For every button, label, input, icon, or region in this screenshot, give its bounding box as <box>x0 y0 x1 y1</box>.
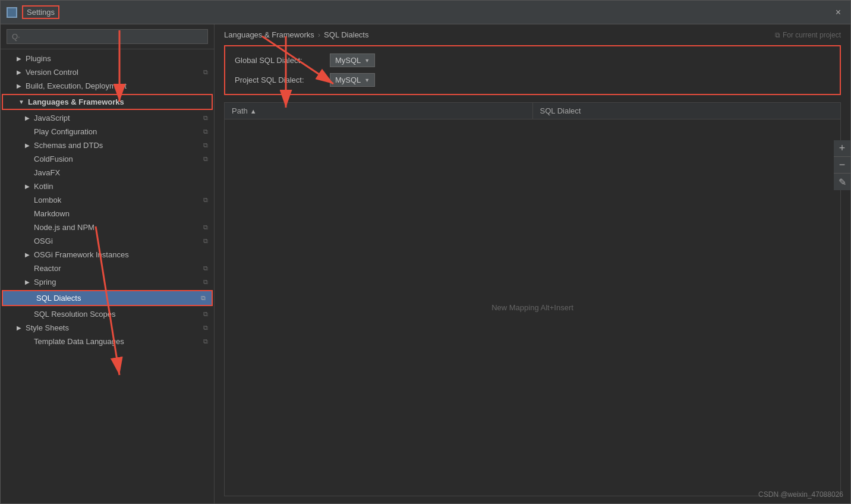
sidebar-item-osgi[interactable]: OSGi ⧉ <box>1 234 214 248</box>
sidebar-item-languages-frameworks[interactable]: ▼ Languages & Frameworks <box>2 94 213 110</box>
sidebar-item-nodejs-npm[interactable]: Node.js and NPM ⧉ <box>1 220 214 234</box>
sidebar-item-javafx[interactable]: JavaFX <box>1 166 214 179</box>
sidebar-item-coldfusion[interactable]: ColdFusion ⧉ <box>1 152 214 166</box>
expand-arrow-spring: ▶ <box>23 278 31 286</box>
sidebar-label-javascript: JavaScript <box>34 114 70 122</box>
arrow-play <box>23 128 31 136</box>
sidebar-item-osgi-framework[interactable]: ▶ OSGi Framework Instances <box>1 248 214 262</box>
copy-icon-schemas: ⧉ <box>203 141 208 149</box>
table-col-path-label: Path <box>232 106 248 115</box>
sidebar-item-markdown[interactable]: Markdown <box>1 207 214 220</box>
copy-icon-reactor: ⧉ <box>203 264 208 272</box>
expand-arrow-style-sheets: ▶ <box>15 324 23 332</box>
sidebar-item-javascript[interactable]: ▶ JavaScript ⧉ <box>1 111 214 125</box>
sidebar-label-schemas-dtds: Schemas and DTDs <box>34 141 103 150</box>
copy-icon-nodejs: ⧉ <box>203 223 208 231</box>
sidebar-item-template-data-languages[interactable]: Template Data Languages ⧉ <box>1 335 214 348</box>
project-sql-setting-row: Project SQL Dialect: MySQL ▼ <box>235 73 830 87</box>
table-sort-arrow: ▲ <box>250 108 257 115</box>
sidebar-label-spring: Spring <box>34 278 56 286</box>
arrow-lombok <box>23 196 31 204</box>
titlebar: Settings × <box>1 1 850 24</box>
expand-arrow-languages-frameworks: ▼ <box>17 98 26 106</box>
app-icon <box>7 7 17 18</box>
sidebar: ▶ Plugins ▶ Version Control ⧉ ▶ Build, E… <box>1 24 215 503</box>
sidebar-item-schemas-dtds[interactable]: ▶ Schemas and DTDs ⧉ <box>1 138 214 152</box>
add-mapping-button[interactable]: + <box>834 140 850 157</box>
sidebar-label-style-sheets: Style Sheets <box>26 323 69 332</box>
breadcrumb-current: SQL Dialects <box>324 30 368 39</box>
table-header-dialect: SQL Dialect <box>533 103 841 119</box>
sidebar-label-languages-frameworks: Languages & Frameworks <box>28 97 124 106</box>
sidebar-item-reactor[interactable]: Reactor ⧉ <box>1 262 214 275</box>
sidebar-label-reactor: Reactor <box>34 264 61 273</box>
copy-icon-javascript: ⧉ <box>203 114 208 122</box>
sidebar-item-version-control[interactable]: ▶ Version Control ⧉ <box>1 65 214 79</box>
settings-window: Settings × ▶ Plugins ▶ Version Control ⧉ <box>0 0 851 504</box>
sidebar-label-play-configuration: Play Configuration <box>34 127 97 136</box>
expand-arrow-build: ▶ <box>15 82 23 90</box>
sidebar-item-lombok[interactable]: Lombok ⧉ <box>1 193 214 207</box>
project-sql-dialect-value: MySQL <box>335 75 361 84</box>
close-button[interactable]: × <box>832 7 844 18</box>
arrow-javafx <box>23 169 31 177</box>
arrow-reactor <box>23 264 31 273</box>
sidebar-item-kotlin[interactable]: ▶ Kotlin <box>1 179 214 193</box>
project-icon: ⧉ <box>775 31 780 39</box>
sidebar-item-style-sheets[interactable]: ▶ Style Sheets ⧉ <box>1 321 214 335</box>
edit-mapping-button[interactable]: ✎ <box>834 174 850 190</box>
arrow-sql-dialects <box>26 294 34 303</box>
copy-icon-sql-resolution: ⧉ <box>203 310 208 318</box>
arrow-osgi <box>23 237 31 245</box>
sidebar-item-sql-resolution-scopes[interactable]: SQL Resolution Scopes ⧉ <box>1 307 214 321</box>
global-sql-dialect-label: Global SQL Dialect: <box>235 56 330 65</box>
project-sql-dialect-label: Project SQL Dialect: <box>235 75 330 84</box>
sidebar-label-version-control: Version Control <box>26 68 78 77</box>
table-action-buttons: + − ✎ <box>834 140 850 190</box>
sidebar-label-build: Build, Execution, Deployment <box>26 81 127 90</box>
search-input[interactable] <box>7 29 208 44</box>
sidebar-label-template-data-languages: Template Data Languages <box>34 337 124 346</box>
expand-arrow-osgi-framework: ▶ <box>23 251 31 259</box>
arrow-template-data <box>23 338 31 346</box>
arrow-sql-resolution <box>23 310 31 319</box>
sidebar-item-spring[interactable]: ▶ Spring ⧉ <box>1 275 214 289</box>
sidebar-label-markdown: Markdown <box>34 209 70 218</box>
copy-icon-osgi: ⧉ <box>203 237 208 245</box>
copy-icon-style-sheets: ⧉ <box>203 324 208 332</box>
sidebar-item-play-configuration[interactable]: Play Configuration ⧉ <box>1 125 214 138</box>
global-sql-dialect-dropdown[interactable]: MySQL ▼ <box>330 53 375 67</box>
sidebar-label-coldfusion: ColdFusion <box>34 155 73 163</box>
expand-arrow-kotlin: ▶ <box>23 182 31 191</box>
expand-arrow-version-control: ▶ <box>15 68 23 77</box>
copy-icon-coldfusion: ⧉ <box>203 155 208 163</box>
copy-icon-spring: ⧉ <box>203 278 208 286</box>
arrow-coldfusion <box>23 155 31 163</box>
table-body-empty: New Mapping Alt+Insert <box>225 119 840 496</box>
sidebar-label-nodejs-npm: Node.js and NPM <box>34 223 94 232</box>
sidebar-item-sql-dialects[interactable]: SQL Dialects ⧉ <box>2 290 213 306</box>
sidebar-label-plugins: Plugins <box>26 54 51 63</box>
arrow-markdown <box>23 210 31 218</box>
for-current-project-label: For current project <box>783 31 841 39</box>
sidebar-items: ▶ Plugins ▶ Version Control ⧉ ▶ Build, E… <box>1 49 214 503</box>
sidebar-item-plugins[interactable]: ▶ Plugins <box>1 52 214 65</box>
expand-arrow-schemas: ▶ <box>23 141 31 150</box>
empty-table-message: New Mapping Alt+Insert <box>491 303 573 312</box>
main-content: ▶ Plugins ▶ Version Control ⧉ ▶ Build, E… <box>1 24 850 503</box>
project-dropdown-arrow: ▼ <box>364 77 370 83</box>
remove-mapping-button[interactable]: − <box>834 157 850 174</box>
breadcrumb-bar: Languages & Frameworks › SQL Dialects ⧉ … <box>215 24 850 45</box>
copy-icon-play: ⧉ <box>203 128 208 136</box>
sidebar-item-build-execution-deployment[interactable]: ▶ Build, Execution, Deployment <box>1 79 214 93</box>
search-bar <box>1 24 214 49</box>
expand-arrow-plugins: ▶ <box>15 55 23 63</box>
arrow-nodejs <box>23 223 31 232</box>
sidebar-label-kotlin: Kotlin <box>34 182 53 191</box>
project-sql-dialect-dropdown[interactable]: MySQL ▼ <box>330 73 375 87</box>
copy-icon-version-control: ⧉ <box>203 68 208 76</box>
sidebar-label-osgi: OSGi <box>34 237 53 245</box>
sidebar-label-osgi-framework: OSGi Framework Instances <box>34 250 129 259</box>
copy-icon-template-data: ⧉ <box>203 338 208 345</box>
expand-arrow-javascript: ▶ <box>23 114 31 122</box>
